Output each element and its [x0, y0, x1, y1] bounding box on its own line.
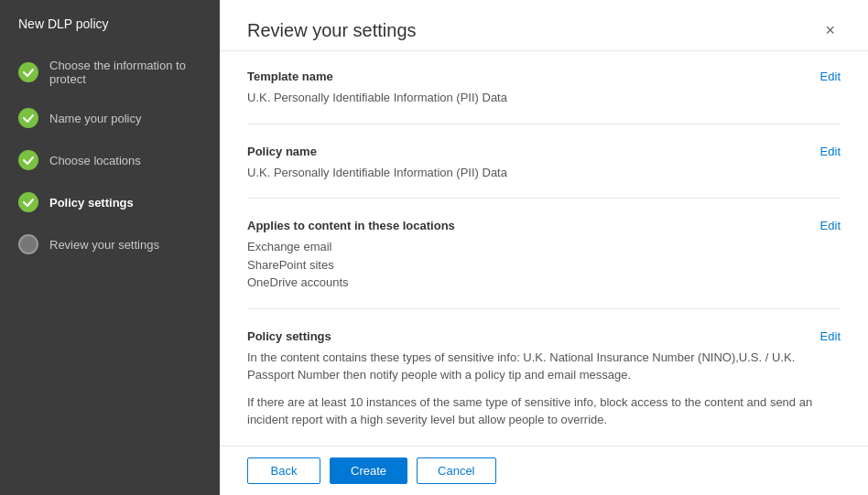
- sidebar-item-label-review-settings: Review your settings: [49, 238, 159, 252]
- sidebar-item-label-choose-info: Choose the information to protect: [49, 59, 201, 86]
- sidebar: New DLP policy Choose the information to…: [0, 0, 220, 495]
- section-label-policy-settings: Policy settings: [247, 329, 331, 343]
- section-label-applies-to: Applies to content in these locations: [247, 219, 455, 232]
- section-header-template-name: Template name Edit: [247, 70, 841, 83]
- sidebar-item-label-name-policy: Name your policy: [49, 112, 141, 125]
- section-value-policy-settings: In the content contains these types of s…: [247, 349, 841, 429]
- sidebar-item-policy-settings[interactable]: Policy settings: [0, 181, 220, 223]
- sidebar-item-review-settings[interactable]: Review your settings: [0, 223, 220, 265]
- section-value-template-name: U.K. Personally Identifiable Information…: [247, 89, 841, 107]
- sidebar-item-label-policy-settings: Policy settings: [49, 196, 134, 210]
- cancel-button[interactable]: Cancel: [417, 457, 495, 484]
- step-icon-policy-settings: [18, 192, 38, 212]
- edit-template-name-button[interactable]: Edit: [820, 70, 841, 83]
- step-icon-name-policy: [18, 108, 38, 128]
- section-value-applies-to: Exchange email SharePoint sites OneDrive…: [247, 238, 841, 292]
- main-panel: Review your settings × Template name Edi…: [220, 0, 868, 495]
- sidebar-item-choose-info[interactable]: Choose the information to protect: [0, 48, 220, 97]
- sidebar-item-label-choose-locations: Choose locations: [49, 154, 141, 167]
- back-button[interactable]: Back: [247, 457, 320, 484]
- section-template-name: Template name Edit U.K. Personally Ident…: [247, 70, 841, 124]
- section-label-template-name: Template name: [247, 70, 333, 83]
- section-policy-name: Policy name Edit U.K. Personally Identif…: [247, 145, 841, 199]
- policy-settings-para1: In the content contains these types of s…: [247, 349, 841, 384]
- step-icon-choose-locations: [18, 150, 38, 170]
- section-header-policy-name: Policy name Edit: [247, 145, 841, 158]
- main-header: Review your settings ×: [220, 0, 868, 51]
- section-value-policy-name: U.K. Personally Identifiable Information…: [247, 164, 841, 182]
- create-button[interactable]: Create: [330, 457, 407, 484]
- main-content: Template name Edit U.K. Personally Ident…: [220, 51, 868, 446]
- section-policy-settings: Policy settings Edit In the content cont…: [247, 329, 841, 447]
- edit-policy-settings-button[interactable]: Edit: [820, 329, 841, 343]
- page-title: Review your settings: [247, 20, 417, 41]
- sidebar-item-name-policy[interactable]: Name your policy: [0, 97, 220, 139]
- sidebar-title: New DLP policy: [0, 0, 220, 48]
- step-icon-review-settings: [18, 234, 38, 254]
- edit-policy-name-button[interactable]: Edit: [820, 145, 841, 158]
- section-applies-to: Applies to content in these locations Ed…: [247, 219, 841, 309]
- edit-applies-to-button[interactable]: Edit: [820, 219, 841, 232]
- section-label-policy-name: Policy name: [247, 145, 317, 158]
- section-header-policy-settings: Policy settings Edit: [247, 329, 841, 343]
- sidebar-item-choose-locations[interactable]: Choose locations: [0, 139, 220, 181]
- applies-to-line3: OneDrive accounts: [247, 274, 841, 292]
- applies-to-line2: SharePoint sites: [247, 256, 841, 274]
- main-footer: Back Create Cancel: [220, 446, 868, 495]
- policy-settings-para2: If there are at least 10 instances of th…: [247, 393, 841, 429]
- step-icon-choose-info: [18, 62, 38, 82]
- close-button[interactable]: ×: [819, 20, 841, 40]
- applies-to-line1: Exchange email: [247, 238, 841, 256]
- section-header-applies-to: Applies to content in these locations Ed…: [247, 219, 841, 232]
